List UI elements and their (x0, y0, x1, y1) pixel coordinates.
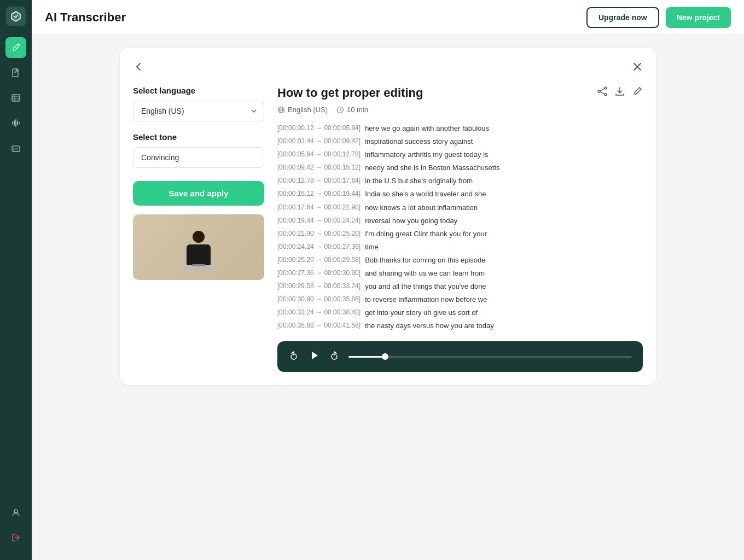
close-button[interactable] (632, 61, 643, 75)
svg-point-14 (14, 510, 18, 513)
card-header (133, 61, 643, 75)
timestamp: [00:00:17.64 → 00:00:21.90] (277, 202, 361, 214)
transcript-row: [00:00:05.94 → 00:00:12.78]inflammatory … (277, 149, 643, 161)
svg-rect-10 (17, 121, 18, 125)
sidebar-bottom (5, 502, 26, 553)
timestamp: [00:00:27.36 → 00:00:30.90] (277, 267, 361, 279)
transcript-row: [00:00:25.20 → 00:00:29.58]Bob thanks fo… (277, 254, 643, 266)
right-panel: How to get proper editing (277, 86, 643, 372)
sidebar-item-user[interactable] (5, 502, 26, 523)
transcript-row: [00:00:21.90 → 00:00:25.20]I'm doing gre… (277, 228, 643, 240)
transcript-text: reversal how you going today (365, 215, 457, 227)
new-project-button[interactable]: New project (666, 7, 731, 28)
progress-thumb (382, 353, 388, 360)
topbar: AI Transcriber Upgrade now New project (32, 0, 744, 35)
topbar-actions: Upgrade now New project (586, 7, 731, 28)
app-title: AI Transcriber (45, 10, 586, 25)
transcript-row: [00:00:15.12 → 00:00:19.44]India so she'… (277, 188, 643, 200)
svg-text:CC: CC (13, 148, 18, 151)
download-button[interactable] (614, 86, 625, 99)
timestamp: [00:00:35.88 → 00:00:41.58] (277, 320, 361, 330)
language-select[interactable]: English (US) (133, 101, 264, 121)
transcript-text: now knows a lot about inflammation (365, 202, 478, 214)
timestamp: [00:00:19.44 → 00:00:24.24] (277, 215, 361, 227)
svg-line-19 (600, 92, 605, 94)
sidebar-item-table[interactable] (5, 88, 26, 108)
transcript-text: and sharing with us we can learn from (365, 267, 485, 279)
transcript-row: [00:00:03.44 → 00:00:09.42]inspirational… (277, 136, 643, 148)
transcript-row: [00:00:35.88 → 00:00:41.58]the nasty day… (277, 320, 643, 330)
sidebar-nav: CC (5, 37, 26, 502)
timestamp: [00:00:24.24 → 00:00:27.36] (277, 241, 361, 253)
sidebar: CC (0, 0, 32, 560)
svg-rect-8 (14, 120, 15, 126)
transcript-header: How to get proper editing (277, 86, 643, 100)
svg-point-15 (605, 87, 607, 89)
sidebar-item-logout[interactable] (5, 527, 26, 548)
edit-button[interactable] (632, 86, 643, 99)
page-content: Select language English (US) Select tone… (32, 35, 744, 560)
transcript-text: needy and she is in Boston Massachusetts (365, 162, 499, 174)
timestamp: [00:00:29.58 → 00:00:33.24] (277, 281, 361, 293)
tone-display[interactable]: Convincing (133, 147, 264, 168)
forward-button[interactable] (329, 350, 340, 363)
sidebar-item-audio[interactable] (5, 113, 26, 133)
transcript-text: here we go again with another fabulous (365, 122, 489, 135)
transcript-row: [00:00:24.24 → 00:00:27.36]time (277, 241, 643, 253)
svg-rect-9 (15, 119, 16, 127)
video-thumbnail (133, 214, 264, 280)
card-body: Select language English (US) Select tone… (133, 86, 643, 372)
left-panel: Select language English (US) Select tone… (133, 86, 264, 372)
transcript-row: [00:00:29.58 → 00:00:33.24]you and all t… (277, 281, 643, 293)
transcript-row: [00:00:19.44 → 00:00:24.24]reversal how … (277, 215, 643, 227)
language-label: Select language (133, 86, 264, 95)
transcript-actions (597, 86, 643, 99)
transcript-meta: English (US) 10 min (277, 106, 643, 114)
transcript-text: you and all the things that you've done (365, 281, 486, 293)
transcript-text: get into your story uh give us sort of (365, 307, 478, 319)
transcript-row: [00:00:09.42 → 00:00:15.12]needy and she… (277, 162, 643, 174)
language-meta-text: English (US) (288, 106, 328, 114)
timestamp: [00:00:09.42 → 00:00:15.12] (277, 162, 361, 174)
transcript-text: the nasty days versus how you are today (365, 320, 494, 330)
save-apply-button[interactable]: Save and apply (133, 181, 264, 206)
timestamp: [00:00:03.44 → 00:00:09.42] (277, 136, 361, 148)
transcript-text: to reverse inflammation now before we (365, 294, 487, 306)
upgrade-button[interactable]: Upgrade now (586, 7, 659, 28)
sidebar-item-cc[interactable]: CC (5, 138, 26, 159)
progress-fill (348, 356, 385, 358)
timestamp: [00:00:25.20 → 00:00:29.58] (277, 254, 361, 266)
transcript-row: [00:00:27.36 → 00:00:30.90]and sharing w… (277, 267, 643, 279)
sidebar-item-edit[interactable] (5, 37, 26, 58)
transcript-text: inspirational success story against (365, 136, 473, 148)
timestamp: [00:00:15.12 → 00:00:19.44] (277, 188, 361, 200)
rewind-button[interactable] (288, 350, 299, 363)
language-meta: English (US) (277, 106, 328, 114)
timestamp: [00:00:21.90 → 00:00:25.20] (277, 228, 361, 240)
transcript-row: [00:00:17.64 → 00:00:21.90]now knows a l… (277, 202, 643, 214)
transcript-text: time (365, 241, 379, 253)
transcript-text: I'm doing great Clint thank you for your (365, 228, 487, 240)
svg-rect-7 (12, 121, 13, 125)
timestamp: [00:00:00.12 → 00:00:05.94] (277, 122, 361, 135)
duration-meta: 10 min (336, 106, 368, 114)
share-button[interactable] (597, 86, 608, 99)
back-button[interactable] (133, 61, 144, 75)
transcript-text: India so she's a world traveler and she (365, 188, 486, 200)
svg-point-17 (605, 94, 607, 96)
transcript-row: [00:00:30.90 → 00:00:35.88]to reverse in… (277, 294, 643, 306)
svg-marker-24 (312, 352, 318, 359)
timestamp: [00:00:12.78 → 00:00:17.64] (277, 175, 361, 187)
progress-bar[interactable] (348, 356, 632, 358)
play-button[interactable] (308, 349, 320, 364)
sidebar-item-document[interactable] (5, 62, 26, 83)
timestamp: [00:00:05.94 → 00:00:12.78] (277, 149, 361, 161)
svg-rect-11 (19, 122, 20, 124)
svg-rect-3 (12, 95, 20, 101)
transcript-text: inflammatory arthritis my guest today is (365, 149, 488, 161)
svg-line-18 (600, 89, 605, 91)
transcript-text: in the U.S but she's originally from (365, 175, 473, 187)
main-card: Select language English (US) Select tone… (120, 48, 656, 385)
tone-label: Select tone (133, 132, 264, 142)
transcript-lines: [00:00:00.12 → 00:00:05.94]here we go ag… (277, 122, 643, 330)
